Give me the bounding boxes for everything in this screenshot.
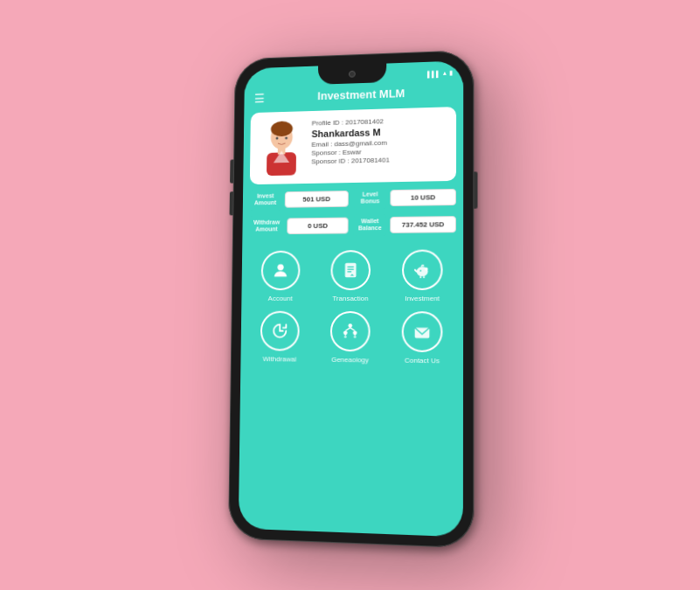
withdraw-amount-stat: WithdrawAmount 0 USD xyxy=(249,214,349,237)
withdrawal-icon-circle xyxy=(260,310,299,351)
transaction-icon-circle xyxy=(330,249,371,289)
svg-line-20 xyxy=(345,327,350,330)
menu-item-geneaology[interactable]: Geneaology xyxy=(316,310,383,364)
account-icon-circle xyxy=(260,250,300,289)
notch xyxy=(317,63,385,84)
menu-item-withdrawal[interactable]: Withdrawal xyxy=(247,310,312,363)
contact-label: Contact Us xyxy=(404,356,439,364)
wallet-balance-stat: WalletBalance 737.452 USD xyxy=(353,212,455,235)
hamburger-icon[interactable]: ☰ xyxy=(253,92,265,104)
svg-point-1 xyxy=(270,121,292,136)
level-bonus-label: LevelBonus xyxy=(353,187,386,209)
invest-amount-label: InvestAmount xyxy=(249,189,281,211)
withdraw-amount-label: WithdrawAmount xyxy=(249,215,284,237)
phone-screen: 3:53 ▌▌▌ ▴ ▮ ☰ Investment MLM xyxy=(238,60,462,537)
phone-wrapper: 3:53 ▌▌▌ ▴ ▮ ☰ Investment MLM xyxy=(228,49,474,547)
network-icon xyxy=(340,321,359,340)
piggy-icon xyxy=(412,260,432,279)
person-icon xyxy=(271,260,290,280)
history-icon xyxy=(270,321,289,340)
svg-line-21 xyxy=(350,327,354,330)
investment-label: Investment xyxy=(405,294,440,302)
profile-name: Shankardass M xyxy=(311,125,447,139)
volume-down-button[interactable] xyxy=(229,191,232,215)
invest-amount-value: 501 USD xyxy=(284,190,348,207)
phone-body: 3:53 ▌▌▌ ▴ ▮ ☰ Investment MLM xyxy=(228,49,474,547)
signal-icon: ▌▌▌ xyxy=(427,70,440,76)
stats-grid: InvestAmount 501 USD LevelBonus 10 USD W… xyxy=(249,185,456,236)
envelope-icon xyxy=(412,321,431,340)
menu-grid: Account Trans xyxy=(247,248,456,364)
level-bonus-stat: LevelBonus 10 USD xyxy=(353,185,455,208)
app-title: Investment MLM xyxy=(271,85,452,103)
avatar xyxy=(258,119,305,175)
geneaology-icon-circle xyxy=(329,310,370,351)
status-icons: ▌▌▌ ▴ ▮ xyxy=(427,69,453,77)
svg-point-17 xyxy=(348,323,352,327)
withdraw-amount-value: 0 USD xyxy=(287,217,348,234)
wallet-balance-value: 737.452 USD xyxy=(390,215,456,233)
svg-point-18 xyxy=(343,330,347,335)
menu-section: Account Trans xyxy=(240,239,463,373)
camera xyxy=(348,70,355,77)
wallet-balance-label: WalletBalance xyxy=(353,213,386,235)
withdrawal-label: Withdrawal xyxy=(262,354,296,362)
svg-point-7 xyxy=(277,263,283,269)
menu-item-account[interactable]: Account xyxy=(248,250,313,302)
power-button[interactable] xyxy=(474,171,477,208)
account-label: Account xyxy=(267,294,292,302)
level-bonus-value: 10 USD xyxy=(390,188,456,205)
transaction-label: Transaction xyxy=(332,294,368,302)
geneaology-label: Geneaology xyxy=(331,355,369,363)
menu-item-transaction[interactable]: Transaction xyxy=(317,249,384,302)
receipt-icon xyxy=(341,260,360,279)
contact-icon-circle xyxy=(401,310,442,351)
profile-info: Profile ID : 2017081402 Shankardass M Em… xyxy=(311,115,447,175)
volume-up-button[interactable] xyxy=(230,159,233,183)
invest-amount-stat: InvestAmount 501 USD xyxy=(249,188,349,211)
profile-card: Profile ID : 2017081402 Shankardass M Em… xyxy=(249,107,455,184)
menu-item-investment[interactable]: Investment xyxy=(388,248,455,302)
battery-icon: ▮ xyxy=(449,69,453,76)
investment-icon-circle xyxy=(401,249,442,290)
wifi-icon: ▴ xyxy=(442,69,446,76)
menu-item-contact[interactable]: Contact Us xyxy=(388,310,455,364)
